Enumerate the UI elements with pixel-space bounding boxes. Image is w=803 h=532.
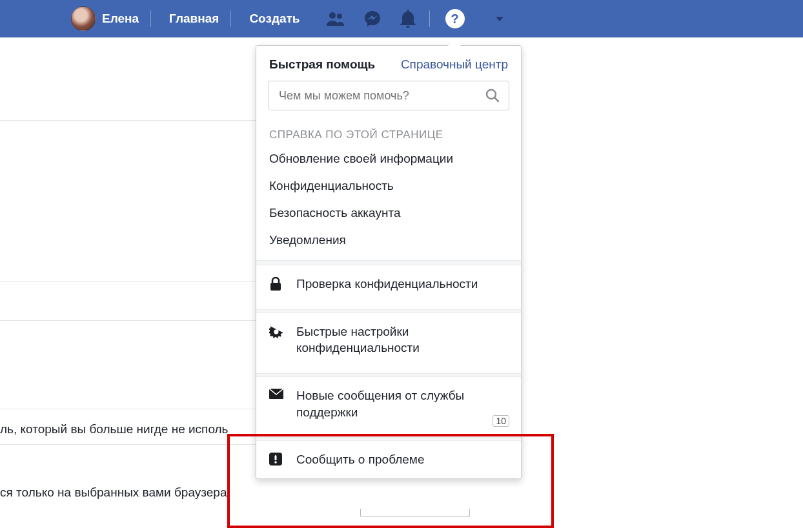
help-icon[interactable]: ? — [445, 9, 465, 28]
help-search-input[interactable] — [278, 88, 485, 103]
svg-line-3 — [495, 98, 499, 102]
support-inbox-item[interactable]: Новые сообщения от службы поддержки 10 — [256, 377, 521, 431]
privacy-checkup-label: Проверка конфиденциальности — [296, 276, 478, 292]
mail-icon — [269, 389, 286, 399]
report-problem-label: Сообщить о проблеме — [296, 451, 424, 468]
obscured-button — [360, 509, 470, 517]
quick-help-popover: Быстрая помощь Справочный центр СПРАВКА … — [256, 45, 522, 479]
privacy-shortcuts-item[interactable]: Быстрые настройки конфиденциальности — [256, 313, 521, 367]
help-topic-notifications[interactable]: Уведомления — [256, 227, 521, 254]
report-problem-item[interactable]: Сообщить о проблеме — [256, 441, 521, 478]
help-topic-security[interactable]: Безопасность аккаунта — [256, 200, 521, 227]
popover-title: Быстрая помощь — [269, 57, 375, 72]
account-menu-caret[interactable] — [483, 17, 503, 21]
notifications-icon[interactable] — [400, 10, 416, 28]
bg-text-1: ль, который вы больше нигде не исполь — [0, 422, 229, 436]
gear-icon — [269, 325, 286, 339]
avatar[interactable] — [71, 6, 96, 31]
privacy-checkup-item[interactable]: Проверка конфиденциальности — [256, 265, 521, 303]
svg-point-8 — [274, 461, 277, 464]
help-search[interactable] — [268, 81, 509, 110]
help-center-link[interactable]: Справочный центр — [401, 57, 508, 72]
svg-rect-7 — [275, 455, 277, 460]
support-inbox-badge: 10 — [493, 415, 509, 427]
create-link[interactable]: Создать — [249, 12, 300, 26]
help-topic-privacy[interactable]: Конфиденциальность — [256, 172, 521, 200]
svg-point-0 — [329, 12, 336, 19]
messenger-icon[interactable] — [363, 10, 381, 28]
svg-rect-4 — [270, 283, 281, 291]
privacy-shortcuts-label: Быстрые настройки конфиденциальности — [296, 323, 508, 356]
alert-icon — [269, 453, 286, 466]
section-label: СПРАВКА ПО ЭТОЙ СТРАНИЦЕ — [256, 119, 521, 145]
help-topic-update-info[interactable]: Обновление своей информации — [256, 145, 521, 172]
lock-icon — [269, 277, 286, 291]
top-nav: Елена Главная Создать ? — [0, 0, 803, 37]
profile-link[interactable]: Елена — [102, 12, 139, 26]
bg-text-2: ся только на выбранных вами браузера — [0, 486, 227, 500]
home-link[interactable]: Главная — [169, 12, 219, 26]
search-icon — [485, 88, 500, 103]
support-inbox-label: Новые сообщения от службы поддержки — [296, 387, 508, 420]
friend-requests-icon[interactable] — [326, 12, 345, 26]
svg-point-1 — [337, 14, 342, 19]
